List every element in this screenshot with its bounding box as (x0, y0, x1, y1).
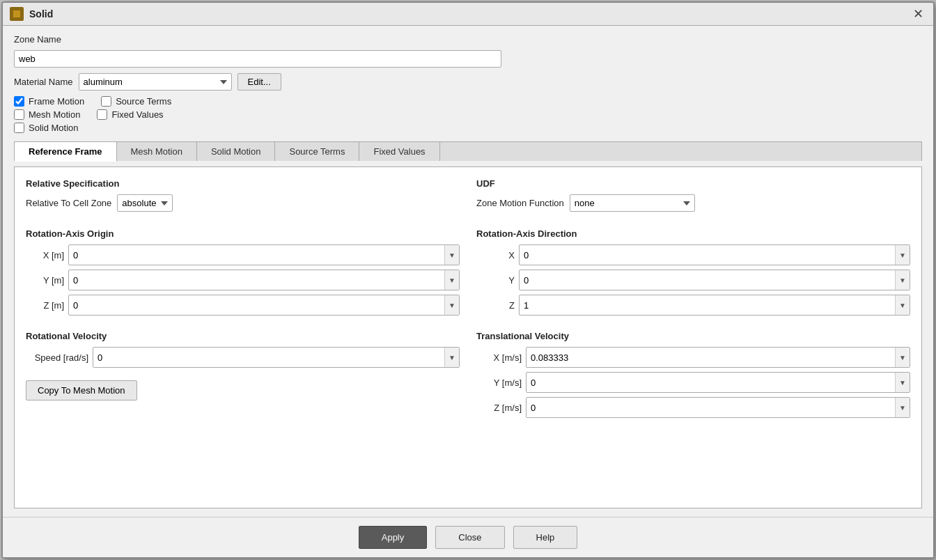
relative-spec-title: Relative Specification (26, 178, 460, 189)
dir-z-input-wrap: ▼ (519, 295, 910, 316)
trans-y-dropdown[interactable]: ▼ (895, 373, 910, 392)
dir-z-dropdown[interactable]: ▼ (895, 295, 910, 315)
checkboxes-section: Frame Motion Source Terms Mesh Motion Fi… (14, 96, 922, 133)
trans-x-dropdown[interactable]: ▼ (895, 348, 910, 367)
udf-row: Zone Motion Function none (476, 194, 910, 212)
solid-motion-checkbox-item[interactable]: Solid Motion (14, 123, 79, 133)
source-terms-checkbox[interactable] (101, 96, 111, 107)
trans-x-row: X [m/s] ▼ (476, 347, 910, 368)
trans-z-dropdown[interactable]: ▼ (895, 398, 910, 417)
origin-x-input-wrap: ▼ (68, 244, 460, 265)
dir-y-label: Y (476, 275, 515, 286)
origin-z-input[interactable] (69, 297, 444, 313)
dir-y-dropdown[interactable]: ▼ (895, 270, 910, 290)
zone-name-section: Zone Name (14, 34, 922, 68)
rel-spec-udf-section: Relative Specification Relative To Cell … (26, 178, 910, 217)
origin-y-label: Y [m] (26, 275, 64, 286)
help-button[interactable]: Help (513, 526, 578, 549)
speed-input-wrap: ▼ (93, 347, 460, 368)
trans-z-input-wrap: ▼ (526, 397, 910, 418)
origin-y-dropdown[interactable]: ▼ (444, 270, 459, 290)
relative-to-label: Relative To Cell Zone (26, 198, 111, 208)
source-terms-label: Source Terms (116, 96, 171, 107)
tab-source-terms[interactable]: Source Terms (275, 142, 359, 161)
solid-motion-label: Solid Motion (29, 123, 79, 133)
origin-y-row: Y [m] ▼ (26, 270, 460, 290)
trans-y-input-wrap: ▼ (526, 372, 910, 393)
origin-z-dropdown[interactable]: ▼ (444, 295, 459, 315)
frame-motion-checkbox[interactable] (14, 96, 24, 107)
tab-fixed-values[interactable]: Fixed Values (359, 142, 439, 161)
frame-motion-label: Frame Motion (29, 96, 84, 107)
trans-x-input[interactable] (526, 350, 895, 366)
relative-spec-group: Relative Specification Relative To Cell … (26, 178, 460, 217)
dir-x-input[interactable] (520, 247, 895, 263)
edit-button[interactable]: Edit... (237, 73, 281, 91)
zone-motion-select[interactable]: none (570, 194, 695, 212)
source-terms-checkbox-item[interactable]: Source Terms (101, 96, 171, 107)
zone-name-label: Zone Name (14, 34, 61, 45)
tabs-bar: Reference Frame Mesh Motion Solid Motion… (14, 141, 922, 161)
origin-x-dropdown[interactable]: ▼ (444, 245, 459, 265)
trans-z-input[interactable] (526, 400, 895, 416)
trans-z-label: Z [m/s] (476, 403, 522, 413)
dir-z-input[interactable] (520, 297, 895, 313)
close-button-footer[interactable]: Close (435, 526, 504, 549)
trans-y-label: Y [m/s] (476, 378, 522, 388)
origin-y-input[interactable] (69, 272, 444, 288)
solid-dialog: Solid ✕ Zone Name Material Name aluminum… (1, 1, 935, 559)
velocity-section: Rotational Velocity Speed [rad/s] ▼ Copy… (26, 331, 910, 422)
rotational-velocity-group: Rotational Velocity Speed [rad/s] ▼ Copy… (26, 331, 460, 422)
trans-x-label: X [m/s] (476, 352, 522, 363)
fixed-values-checkbox-item[interactable]: Fixed Values (97, 109, 163, 120)
checkbox-row-3: Solid Motion (14, 123, 922, 133)
tab-reference-frame[interactable]: Reference Frame (15, 142, 117, 162)
rotation-axis-section: Rotation-Axis Origin X [m] ▼ Y [m] ▼ (26, 228, 910, 320)
speed-input[interactable] (93, 350, 444, 366)
dialog-footer: Apply Close Help (3, 517, 933, 557)
zone-name-input[interactable] (14, 50, 501, 68)
dir-x-label: X (476, 250, 515, 260)
dir-x-dropdown[interactable]: ▼ (895, 245, 910, 265)
origin-x-input[interactable] (69, 247, 444, 263)
copy-to-mesh-motion-button[interactable]: Copy To Mesh Motion (26, 380, 137, 400)
translational-velocity-group: Translational Velocity X [m/s] ▼ Y [m/s]… (476, 331, 910, 422)
solid-motion-checkbox[interactable] (14, 123, 24, 133)
reference-frame-content: Relative Specification Relative To Cell … (14, 166, 922, 508)
translational-velocity-title: Translational Velocity (476, 331, 910, 341)
frame-motion-checkbox-item[interactable]: Frame Motion (14, 96, 84, 107)
dir-y-input[interactable] (520, 272, 895, 288)
zone-motion-label: Zone Motion Function (476, 198, 564, 208)
speed-label: Speed [rad/s] (26, 352, 88, 363)
origin-z-input-wrap: ▼ (68, 295, 460, 316)
origin-y-input-wrap: ▼ (68, 270, 460, 290)
checkbox-row-1: Frame Motion Source Terms (14, 96, 922, 107)
material-select[interactable]: aluminum (79, 73, 232, 91)
svg-rect-1 (13, 10, 20, 17)
title-bar-left: Solid (10, 7, 53, 21)
close-button[interactable]: ✕ (910, 8, 926, 20)
material-name-label: Material Name (14, 77, 73, 87)
trans-y-input[interactable] (526, 375, 895, 391)
dialog-body: Zone Name Material Name aluminum Edit...… (3, 26, 933, 517)
tab-solid-motion[interactable]: Solid Motion (197, 142, 276, 161)
tab-mesh-motion[interactable]: Mesh Motion (117, 142, 197, 161)
speed-row: Speed [rad/s] ▼ (26, 347, 460, 368)
relative-spec-row: Relative To Cell Zone absolute (26, 194, 460, 212)
apply-button[interactable]: Apply (359, 526, 428, 549)
origin-z-row: Z [m] ▼ (26, 295, 460, 316)
trans-z-row: Z [m/s] ▼ (476, 397, 910, 418)
fixed-values-label: Fixed Values (111, 109, 163, 120)
relative-to-select[interactable]: absolute (117, 194, 173, 212)
fixed-values-checkbox[interactable] (97, 109, 107, 120)
rotational-velocity-title: Rotational Velocity (26, 331, 460, 341)
speed-dropdown[interactable]: ▼ (444, 348, 459, 367)
mesh-motion-checkbox[interactable] (14, 109, 24, 120)
mesh-motion-label: Mesh Motion (29, 109, 80, 120)
trans-y-row: Y [m/s] ▼ (476, 372, 910, 393)
origin-z-label: Z [m] (26, 300, 64, 311)
mesh-motion-checkbox-item[interactable]: Mesh Motion (14, 109, 80, 120)
origin-x-label: X [m] (26, 250, 64, 260)
solid-icon (10, 7, 24, 21)
dir-x-input-wrap: ▼ (519, 244, 910, 265)
